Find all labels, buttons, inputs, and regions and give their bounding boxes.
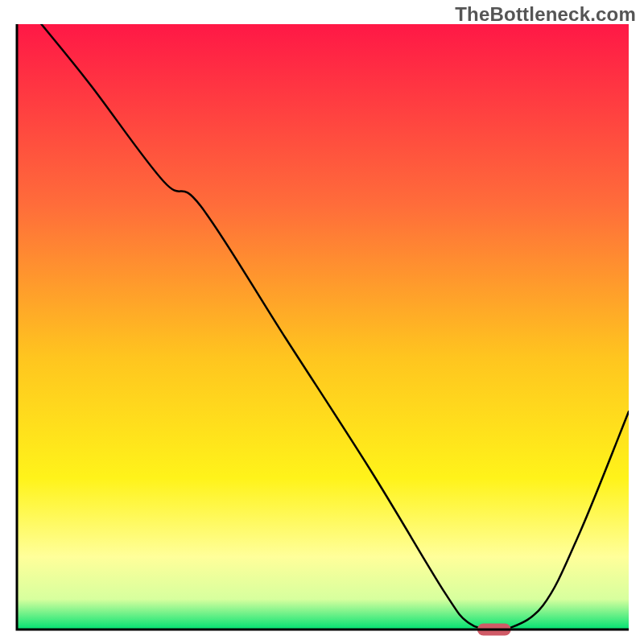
watermark-label: TheBottleneck.com bbox=[455, 3, 636, 26]
plot-svg bbox=[0, 0, 644, 644]
plot-background bbox=[17, 24, 629, 630]
bottleneck-chart: TheBottleneck.com bbox=[0, 0, 644, 644]
